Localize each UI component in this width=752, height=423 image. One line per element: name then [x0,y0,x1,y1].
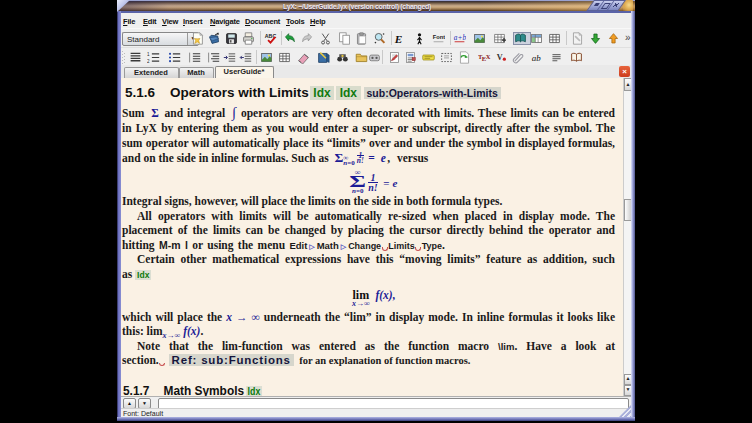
svg-text:a+b: a+b [454,33,466,42]
svg-text:V: V [496,53,502,62]
svg-text:X: X [485,53,490,60]
svg-text:E: E [394,33,403,45]
svg-text:1: 1 [147,52,150,57]
svg-text:2: 2 [147,59,150,64]
svg-text:ab: ab [532,53,541,63]
svg-text:Font: Font [433,34,445,40]
